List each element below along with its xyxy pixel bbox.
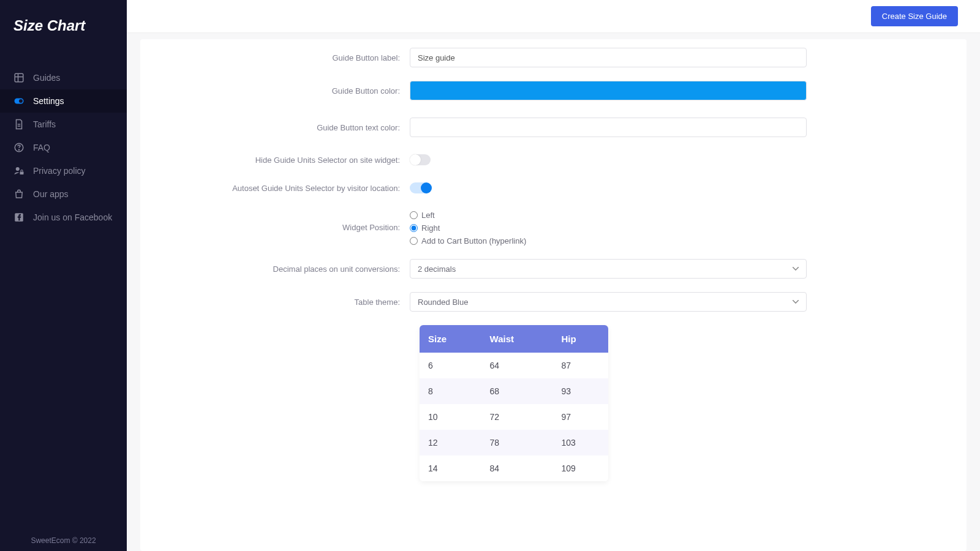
hide-units-label: Hide Guide Units Selector on site widget… bbox=[159, 156, 410, 165]
table-cell: 97 bbox=[553, 404, 608, 430]
table-cell: 109 bbox=[553, 455, 608, 481]
table-cell: 14 bbox=[420, 455, 481, 481]
sidebar-item-settings[interactable]: Settings bbox=[0, 89, 127, 113]
svg-rect-0 bbox=[15, 73, 23, 82]
table-row: 66487 bbox=[420, 353, 608, 378]
question-icon bbox=[13, 142, 24, 153]
guide-button-label-input[interactable] bbox=[410, 48, 807, 67]
radio-label: Add to Cart Button (hyperlink) bbox=[421, 236, 526, 246]
sidebar-footer: SweetEcom © 2022 bbox=[0, 536, 127, 545]
table-cell: 84 bbox=[481, 455, 553, 481]
svg-point-5 bbox=[16, 167, 20, 171]
toggle-icon bbox=[13, 96, 24, 107]
sidebar-nav: Guides Settings Tariffs FAQ Privacy poli bbox=[0, 66, 127, 229]
table-cell: 72 bbox=[481, 404, 553, 430]
sidebar-item-label: Settings bbox=[33, 96, 64, 106]
table-row: 1484109 bbox=[420, 455, 608, 481]
radio-label: Left bbox=[421, 211, 435, 220]
decimals-select[interactable]: 2 decimals bbox=[410, 259, 807, 279]
svg-rect-6 bbox=[20, 172, 24, 175]
sidebar-item-label: Guides bbox=[33, 73, 60, 83]
sidebar-item-label: Tariffs bbox=[33, 119, 56, 129]
table-header-row: Size Waist Hip bbox=[420, 325, 608, 353]
table-cell: 93 bbox=[553, 378, 608, 404]
guide-button-label-label: Guide Button label: bbox=[159, 53, 410, 62]
theme-select[interactable]: Rounded Blue bbox=[410, 292, 807, 312]
sidebar: Size Chart Guides Settings Tariffs FAQ bbox=[0, 0, 127, 551]
facebook-icon bbox=[13, 212, 24, 223]
sidebar-item-facebook[interactable]: Join us on Facebook bbox=[0, 206, 127, 229]
svg-point-2 bbox=[19, 99, 23, 103]
table-cell: 8 bbox=[420, 378, 481, 404]
bag-icon bbox=[13, 189, 24, 200]
autoset-units-label: Autoset Guide Units Selector by visitor … bbox=[159, 184, 410, 193]
guide-button-color-picker[interactable] bbox=[410, 81, 807, 100]
radio-label: Right bbox=[421, 223, 440, 233]
decimals-label: Decimal places on unit conversions: bbox=[159, 264, 410, 274]
table-cell: 78 bbox=[481, 430, 553, 455]
create-size-guide-button[interactable]: Create Size Guide bbox=[871, 6, 958, 26]
sidebar-item-tariffs[interactable]: Tariffs bbox=[0, 113, 127, 136]
sidebar-item-label: Our apps bbox=[33, 189, 69, 199]
table-cell: 12 bbox=[420, 430, 481, 455]
grid-icon bbox=[13, 72, 24, 83]
sidebar-item-apps[interactable]: Our apps bbox=[0, 182, 127, 206]
sidebar-item-label: Privacy policy bbox=[33, 166, 86, 176]
table-row: 86893 bbox=[420, 378, 608, 404]
guide-button-text-color-label: Guide Button text color: bbox=[159, 123, 410, 132]
autoset-units-toggle[interactable] bbox=[410, 182, 431, 193]
table-cell: 10 bbox=[420, 404, 481, 430]
sidebar-item-faq[interactable]: FAQ bbox=[0, 136, 127, 159]
main: Create Size Guide Guide Button label: Gu… bbox=[127, 0, 980, 551]
guide-button-text-color-picker[interactable] bbox=[410, 118, 807, 137]
table-cell: 68 bbox=[481, 378, 553, 404]
sidebar-item-guides[interactable]: Guides bbox=[0, 66, 127, 89]
content-wrap: Guide Button label: Guide Button color: … bbox=[127, 33, 980, 551]
user-lock-icon bbox=[13, 165, 24, 176]
table-row: 107297 bbox=[420, 404, 608, 430]
guide-button-color-label: Guide Button color: bbox=[159, 86, 410, 96]
widget-position-cart[interactable]: Add to Cart Button (hyperlink) bbox=[410, 236, 807, 246]
table-header: Waist bbox=[481, 325, 553, 353]
hide-units-toggle[interactable] bbox=[410, 154, 431, 165]
widget-position-left[interactable]: Left bbox=[410, 211, 807, 220]
table-header: Hip bbox=[553, 325, 608, 353]
table-cell: 64 bbox=[481, 353, 553, 378]
widget-position-right[interactable]: Right bbox=[410, 223, 807, 233]
table-row: 1278103 bbox=[420, 430, 608, 455]
settings-card: Guide Button label: Guide Button color: … bbox=[140, 39, 967, 551]
app-title: Size Chart bbox=[0, 0, 127, 34]
svg-point-4 bbox=[18, 149, 19, 150]
theme-label: Table theme: bbox=[159, 298, 410, 307]
topbar: Create Size Guide bbox=[127, 0, 980, 33]
sidebar-item-privacy[interactable]: Privacy policy bbox=[0, 159, 127, 182]
table-cell: 6 bbox=[420, 353, 481, 378]
table-header: Size bbox=[420, 325, 481, 353]
sidebar-item-label: Join us on Facebook bbox=[33, 212, 112, 222]
table-cell: 87 bbox=[553, 353, 608, 378]
table-cell: 103 bbox=[553, 430, 608, 455]
widget-position-radio-group: Left Right Add to Cart Button (hyperlink… bbox=[410, 211, 807, 246]
widget-position-label: Widget Position: bbox=[159, 211, 410, 232]
document-icon bbox=[13, 119, 24, 130]
preview-table: Size Waist Hip 6648786893107297127810314… bbox=[420, 325, 608, 481]
sidebar-item-label: FAQ bbox=[33, 143, 50, 152]
